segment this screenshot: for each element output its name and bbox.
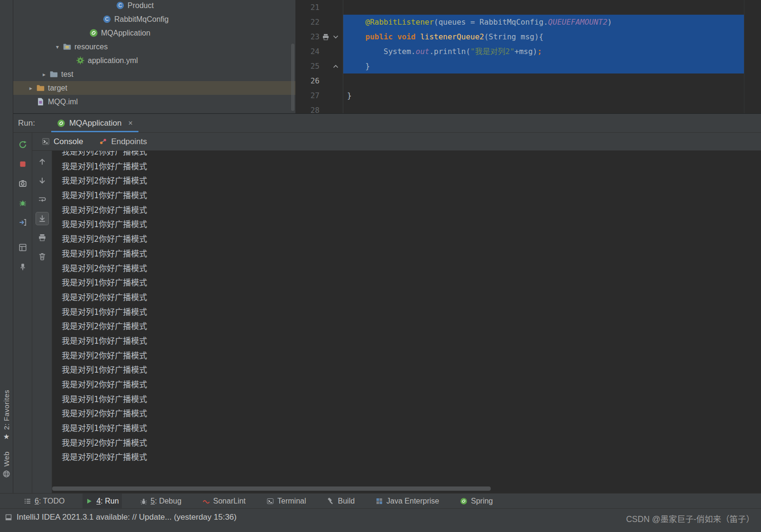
run-toolbar-console (32, 151, 52, 493)
console-line: 我是对列1你好广播模式 (62, 159, 761, 174)
restore-layout-button[interactable] (17, 241, 29, 254)
chevron-down-icon[interactable]: ▾ (52, 44, 63, 50)
rerun-failed-button[interactable] (17, 197, 29, 209)
code-line[interactable]: public void listenerQueue2(String msg){ (343, 29, 744, 44)
tree-item-mqq-iml[interactable]: MQQ.iml (13, 95, 295, 109)
toolwindow-terminal[interactable]: Terminal (264, 494, 309, 508)
run-right-pane: ConsoleEndpoints 我是对列2你好广播模式我是对列1你好广播模式我… (32, 133, 761, 493)
globe-icon (2, 470, 10, 478)
toolwindow-toggle-icon[interactable] (5, 514, 12, 521)
editor-gutter: 2122232425262728 (296, 0, 343, 113)
gutter-line[interactable]: 24 (296, 44, 343, 59)
chevron-right-icon[interactable]: ▸ (26, 85, 36, 92)
console-line: 我是对列2你好广播模式 (62, 436, 761, 450)
print-button[interactable] (36, 231, 48, 244)
tree-item-application-yml[interactable]: application.yml (13, 54, 295, 67)
toolwindow-label: 4: Run (96, 497, 119, 505)
spring-config-icon (76, 56, 85, 65)
toolwindow-spring[interactable]: Spring (457, 494, 495, 508)
code-token: System. (347, 47, 416, 56)
gutter-line[interactable]: 25 (296, 59, 343, 73)
csdn-watermark: CSDN @墨家巨子-俏如来（笛子） (626, 513, 754, 524)
code-line[interactable]: } (343, 88, 744, 103)
gutter-line[interactable]: 26 (296, 73, 343, 88)
line-number: 26 (300, 76, 320, 85)
close-icon[interactable]: × (128, 119, 132, 128)
project-tree-rows: CProductCRabbitMqConfigMQApplication▾res… (13, 0, 295, 109)
chevron-right-icon[interactable]: ▸ (39, 71, 49, 78)
code-token: listenerQueue2 (420, 32, 484, 41)
toolwindow-label: Terminal (277, 497, 306, 505)
toolwindow-sonarlint[interactable]: SonarLint (200, 494, 249, 508)
run-body: 我是对列2你好广播模式我是对列1你好广播模式我是对列2你好广播模式我是对列1你好… (32, 151, 761, 493)
console-line: 我是对列2你好广播模式 (62, 203, 761, 218)
gutter-line[interactable]: 27 (296, 88, 343, 103)
code-line[interactable]: System.out.println("我是对列2"+msg); (343, 44, 744, 59)
project-tree: CProductCRabbitMqConfigMQApplication▾res… (13, 0, 296, 113)
tree-item-resources[interactable]: ▾resources (13, 40, 295, 54)
tree-item-product[interactable]: CProduct (13, 0, 295, 12)
console-line: 我是对列1你好广播模式 (62, 305, 761, 320)
java-enterprise-icon (376, 497, 383, 505)
tree-item-label: resources (74, 43, 111, 51)
run-tab-mqapplication[interactable]: MQApplication × (51, 114, 138, 132)
toolwindow-button-web[interactable]: Web (0, 451, 13, 478)
code-line[interactable] (343, 73, 744, 88)
toolwindow-label: Spring (471, 497, 493, 505)
gutter-line[interactable]: 28 (296, 103, 343, 113)
editor-error-stripe (744, 0, 761, 113)
status-message[interactable]: IntelliJ IDEA 2021.3.1 available: // Upd… (17, 513, 237, 522)
code-token: ; (537, 47, 542, 56)
toolwindow-6-todo[interactable]: 6: TODO (21, 494, 67, 508)
iml-icon (36, 97, 45, 106)
fold-start-icon[interactable] (332, 33, 339, 41)
tree-item-target[interactable]: ▸target (13, 81, 295, 95)
code-token: (String msg){ (484, 32, 543, 41)
tab-console[interactable]: Console (42, 133, 83, 150)
pin-button[interactable] (17, 261, 29, 273)
clear-button[interactable] (36, 250, 48, 263)
rerun-button[interactable] (17, 138, 29, 151)
content-column: CProductCRabbitMqConfigMQApplication▾res… (13, 0, 761, 493)
thread-dump-button[interactable] (17, 177, 29, 190)
down-stack-button[interactable] (36, 174, 48, 187)
toolwindow-build[interactable]: Build (324, 494, 358, 508)
gutter-line[interactable]: 21 (296, 0, 343, 15)
soft-wrap-button[interactable] (36, 193, 48, 206)
tree-item-test[interactable]: ▸test (13, 67, 295, 81)
tree-item-mqapplication[interactable]: MQApplication (13, 26, 295, 40)
console-line: 我是对列2你好广播模式 (62, 349, 761, 363)
scroll-to-end-icon (38, 214, 46, 223)
toolwindow-label: 6: TODO (35, 497, 64, 505)
toolwindow-5-debug[interactable]: 5: Debug (137, 494, 184, 508)
console-horizontal-scrollbar[interactable] (52, 486, 491, 491)
stop-button[interactable] (17, 158, 29, 170)
scroll-to-end-button[interactable] (36, 212, 48, 225)
fold-end-icon[interactable] (332, 63, 339, 70)
code-line[interactable] (343, 0, 744, 15)
code-token: } (347, 62, 370, 71)
code-line[interactable]: } (343, 59, 744, 73)
line-number: 25 (300, 62, 320, 71)
toolwindow-java-enterprise[interactable]: Java Enterprise (373, 494, 442, 508)
tab-endpoints[interactable]: Endpoints (99, 133, 147, 150)
main-area: 2: Favorites ★ Web CProductCRabbitMqConf… (0, 0, 761, 493)
code-line[interactable] (343, 103, 744, 113)
gutter-line[interactable]: 22 (296, 15, 343, 29)
toolwindow-button-favorites[interactable]: 2: Favorites ★ (0, 390, 13, 440)
code-token: +msg) (514, 47, 537, 56)
code-token: ) (607, 18, 612, 27)
editor-code[interactable]: @RabbitListener(queues = RabbitMqConfig.… (343, 0, 744, 113)
line-number: 22 (300, 18, 320, 27)
code-line[interactable]: @RabbitListener(queues = RabbitMqConfig.… (343, 15, 744, 29)
toolwindow-4-run[interactable]: 4: Run (83, 494, 121, 508)
tree-item-rabbitmqconfig[interactable]: CRabbitMqConfig (13, 12, 295, 26)
tree-scrollbar[interactable] (291, 44, 294, 111)
fold-slot (332, 77, 339, 85)
show-log-button[interactable] (17, 216, 29, 229)
gutter-line[interactable]: 23 (296, 29, 343, 44)
console-pane[interactable]: 我是对列2你好广播模式我是对列1你好广播模式我是对列2你好广播模式我是对列1你好… (52, 151, 761, 493)
up-stack-button[interactable] (36, 156, 48, 168)
top-split: CProductCRabbitMqConfigMQApplication▾res… (13, 0, 761, 114)
code-editor[interactable]: 2122232425262728 @RabbitListener(queues … (296, 0, 761, 113)
